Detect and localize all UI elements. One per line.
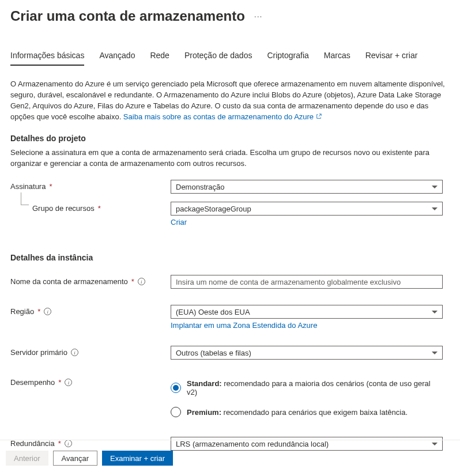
primary-service-select[interactable]: Outros (tabelas e filas) xyxy=(171,346,443,360)
performance-radio-premium[interactable]: Premium: recomendado para cenários que e… xyxy=(171,407,443,417)
row-region: Região* i (EUA) Oeste dos EUA Implantar … xyxy=(10,305,450,330)
chevron-down-icon xyxy=(432,207,438,210)
tab-encryption[interactable]: Criptografia xyxy=(267,51,308,66)
info-icon[interactable]: i xyxy=(138,278,145,285)
tab-bar: Informações básicas Avançado Rede Proteç… xyxy=(0,28,460,66)
tab-data-protection[interactable]: Proteção de dados xyxy=(184,51,252,66)
required-asterisk: * xyxy=(37,307,40,316)
info-icon[interactable]: i xyxy=(71,349,78,356)
subscription-label: Assinatura* xyxy=(10,180,171,191)
info-icon[interactable]: i xyxy=(44,308,51,315)
tab-review-create[interactable]: Revisar + criar xyxy=(365,51,418,66)
learn-more-link[interactable]: Saiba mais sobre as contas de armazename… xyxy=(123,112,322,121)
required-asterisk: * xyxy=(58,378,61,387)
tab-basics[interactable]: Informações básicas xyxy=(10,51,84,66)
row-subscription: Assinatura* Demonstração xyxy=(10,180,450,194)
more-icon[interactable]: ··· xyxy=(254,12,263,21)
chevron-down-icon xyxy=(432,186,438,188)
resource-group-select[interactable]: packageStorageGroup xyxy=(171,202,443,216)
performance-radio-standard[interactable]: Standard: recomendado para a maioria dos… xyxy=(171,379,443,396)
review-create-button[interactable]: Examinar + criar xyxy=(102,451,173,466)
extended-zone-link[interactable]: Implantar em uma Zona Estendida do Azure xyxy=(171,321,317,330)
storage-name-label: Nome da conta de armazenamento* i xyxy=(10,275,171,286)
section-project-details-desc: Selecione a assinatura em que a conta de… xyxy=(10,148,450,169)
subscription-select[interactable]: Demonstração xyxy=(171,180,443,194)
required-asterisk: * xyxy=(131,277,134,286)
section-instance-details-title: Detalhes da instância xyxy=(10,253,450,262)
next-button[interactable]: Avançar xyxy=(53,451,97,466)
resource-group-value: packageStorageGroup xyxy=(176,205,251,213)
resource-group-label: Grupo de recursos* xyxy=(10,202,171,213)
storage-name-input[interactable] xyxy=(171,275,443,289)
section-project-details-title: Detalhes do projeto xyxy=(10,134,450,143)
chevron-down-icon xyxy=(432,352,438,354)
row-storage-name: Nome da conta de armazenamento* i xyxy=(10,275,450,289)
performance-premium-label: Premium: recomendado para cenários que e… xyxy=(187,408,408,417)
region-select[interactable]: (EUA) Oeste dos EUA xyxy=(171,305,443,319)
performance-radio-group: Standard: recomendado para a maioria dos… xyxy=(171,376,443,417)
row-primary-service: Servidor primário i Outros (tabelas e fi… xyxy=(10,346,450,360)
region-label: Região* i xyxy=(10,305,171,316)
region-value: (EUA) Oeste dos EUA xyxy=(176,308,250,316)
performance-label: Desempenho* i xyxy=(10,376,171,387)
tree-line-icon xyxy=(21,192,29,205)
required-asterisk: * xyxy=(98,204,101,213)
tab-tags[interactable]: Marcas xyxy=(324,51,350,66)
footer-bar: Anterior Avançar Examinar + criar xyxy=(0,440,460,476)
tab-networking[interactable]: Rede xyxy=(150,51,169,66)
row-resource-group: Grupo de recursos* packageStorageGroup C… xyxy=(10,202,450,226)
radio-icon xyxy=(171,383,181,393)
page-header: Criar uma conta de armazenamento ··· xyxy=(0,0,460,28)
previous-button: Anterior xyxy=(6,451,48,466)
required-asterisk: * xyxy=(49,182,52,191)
info-icon[interactable]: i xyxy=(65,379,72,386)
primary-service-value: Outros (tabelas e filas) xyxy=(176,349,251,357)
radio-icon xyxy=(171,407,181,417)
row-performance: Desempenho* i Standard: recomendado para… xyxy=(10,376,450,417)
primary-service-label: Servidor primário i xyxy=(10,346,171,357)
intro-text: O Armazenamento do Azure é um serviço ge… xyxy=(10,79,450,122)
tab-advanced[interactable]: Avançado xyxy=(99,51,135,66)
page-title: Criar uma conta de armazenamento xyxy=(10,8,245,24)
create-resource-group-link[interactable]: Criar xyxy=(171,218,187,226)
performance-standard-label: Standard: recomendado para a maioria dos… xyxy=(187,379,443,396)
form-content: O Armazenamento do Azure é um serviço ge… xyxy=(0,66,460,464)
subscription-value: Demonstração xyxy=(176,183,225,191)
chevron-down-icon xyxy=(432,311,438,313)
external-link-icon xyxy=(316,114,322,119)
